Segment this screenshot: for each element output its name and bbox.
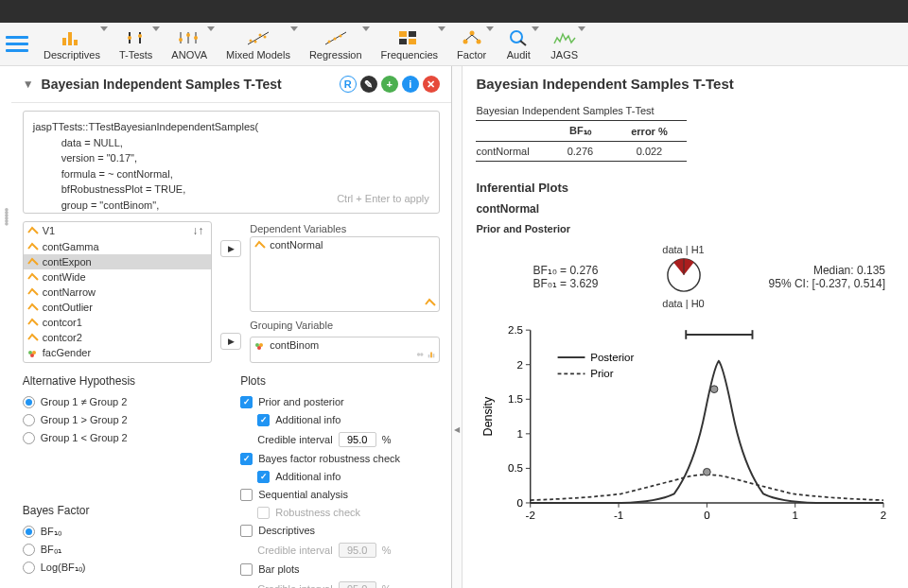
radio-logbf[interactable]	[23, 562, 35, 574]
svg-point-6	[138, 34, 142, 38]
radio-bf10[interactable]	[23, 526, 35, 538]
radio-group-gt[interactable]	[23, 414, 35, 426]
svg-text:0.5: 0.5	[508, 462, 523, 474]
svg-text:2: 2	[881, 510, 886, 521]
drag-handle[interactable]: ●●●●●●	[3, 208, 10, 225]
ci-input-bar	[339, 581, 376, 588]
r-syntax-icon[interactable]: R	[340, 76, 357, 93]
svg-line-32	[520, 41, 526, 45]
check-prior-posterior[interactable]	[240, 396, 253, 408]
check-barplots[interactable]	[240, 563, 253, 576]
prior-posterior-chart: 0 0.5 1 1.5 2 2.5 -2 -1 0 1 2 Density	[476, 317, 895, 544]
svg-line-13	[248, 32, 269, 44]
ribbon-regression[interactable]: Regression	[306, 26, 366, 62]
radio-group-lt[interactable]	[23, 432, 35, 444]
menu-button[interactable]	[6, 36, 28, 52]
ribbon-frequencies[interactable]: Frequencies	[377, 26, 443, 62]
svg-point-19	[327, 40, 330, 43]
svg-rect-24	[399, 39, 407, 44]
ribbon-jags[interactable]: JAGS	[547, 26, 582, 62]
radio-group-neq[interactable]	[23, 396, 35, 408]
duplicate-icon[interactable]: +	[381, 76, 398, 93]
analysis-title: Bayesian Independent Samples T-Test	[42, 77, 332, 92]
median-label: Median: 0.135	[769, 264, 885, 277]
svg-point-8	[179, 38, 183, 42]
svg-point-10	[186, 33, 190, 37]
svg-point-4	[128, 36, 131, 40]
svg-point-16	[258, 33, 261, 36]
svg-text:-2: -2	[526, 510, 535, 521]
althyp-title: Alternative Hypothesis	[23, 374, 222, 388]
svg-point-35	[30, 354, 34, 357]
svg-point-20	[333, 37, 336, 40]
svg-rect-44	[428, 355, 429, 357]
svg-line-30	[472, 35, 478, 40]
r-code-editor[interactable]: jaspTTests::TTestBayesianIndependentSamp…	[23, 111, 440, 214]
pane-collapse-left[interactable]: ◀	[454, 425, 460, 434]
ribbon-toolbar: Descriptives T-Tests ANOVA Mixed Models …	[0, 23, 908, 66]
results-pane: Bayesian Independent Samples T-Test Baye…	[463, 66, 908, 588]
svg-text:-1: -1	[614, 510, 623, 521]
check-robcheck	[257, 507, 270, 519]
h1-label: data | H1	[662, 244, 704, 255]
svg-text:Density: Density	[482, 396, 496, 436]
bf-title: Bayes Factor	[23, 504, 222, 517]
check-sequential[interactable]	[240, 489, 253, 501]
svg-rect-22	[399, 31, 407, 37]
svg-point-78	[711, 386, 719, 393]
svg-rect-23	[409, 31, 416, 37]
ci-input-pp[interactable]	[339, 432, 376, 447]
group-var-label: Grouping Variable	[250, 318, 440, 333]
svg-text:1: 1	[793, 510, 798, 521]
ribbon-audit[interactable]: Audit	[501, 26, 535, 62]
svg-point-21	[339, 34, 341, 37]
sort-icon[interactable]: ↓↑	[192, 224, 207, 237]
ribbon-anova[interactable]: ANOVA	[167, 26, 211, 62]
results-title: Bayesian Independent Samples T-Test	[476, 76, 895, 92]
svg-point-14	[249, 39, 252, 42]
dep-var-box[interactable]: contNormal	[250, 236, 440, 312]
svg-point-43	[420, 353, 423, 355]
ribbon-factor[interactable]: Factor	[453, 26, 490, 62]
assign-dep-button[interactable]: ▶	[220, 240, 241, 257]
ribbon-mixed[interactable]: Mixed Models	[222, 26, 294, 62]
check-addinfo-pp[interactable]	[257, 414, 270, 426]
svg-text:Posterior: Posterior	[591, 352, 635, 363]
svg-text:0: 0	[517, 497, 523, 509]
assign-group-button[interactable]: ▶	[220, 333, 241, 350]
svg-rect-46	[432, 354, 434, 357]
check-descriptives[interactable]	[240, 525, 253, 537]
plot-subtitle: Prior and Posterior	[476, 223, 895, 234]
analysis-options-pane: ▼ Bayesian Independent Samples T-Test R …	[11, 66, 452, 588]
collapse-icon[interactable]: ▼	[23, 78, 34, 91]
svg-text:1: 1	[517, 428, 523, 440]
svg-point-42	[417, 353, 420, 355]
info-icon[interactable]: i	[402, 76, 419, 93]
scale-icon	[425, 297, 436, 308]
svg-text:2: 2	[517, 359, 523, 371]
svg-line-29	[466, 35, 472, 40]
svg-rect-0	[62, 38, 66, 45]
svg-rect-2	[74, 40, 78, 45]
ribbon-descriptives[interactable]: Descriptives	[40, 26, 104, 62]
svg-rect-25	[409, 39, 416, 44]
available-vars-list[interactable]: V1↓↑ contGamma contExpon contWide contNa…	[23, 221, 213, 363]
svg-rect-45	[430, 352, 432, 357]
svg-point-41	[257, 346, 261, 350]
svg-text:0: 0	[705, 510, 710, 521]
ribbon-ttests[interactable]: T-Tests	[115, 26, 156, 62]
svg-point-17	[263, 35, 266, 38]
edit-icon[interactable]: ✎	[360, 76, 377, 93]
check-robustness[interactable]	[240, 453, 253, 465]
group-var-box[interactable]: contBinom	[250, 337, 440, 363]
dep-var-label: Dependent Variables	[250, 221, 440, 236]
svg-text:2.5: 2.5	[508, 324, 523, 336]
inferential-plots-title: Inferential Plots	[476, 181, 895, 195]
h0-label: data | H0	[662, 298, 704, 309]
code-hint: Ctrl + Enter to apply	[337, 191, 429, 207]
radio-bf01[interactable]	[23, 544, 35, 556]
ci-input-desc	[339, 543, 376, 558]
check-addinfo-rob[interactable]	[257, 471, 270, 483]
plots-title: Plots	[240, 374, 440, 388]
close-icon[interactable]: ✕	[423, 76, 440, 93]
